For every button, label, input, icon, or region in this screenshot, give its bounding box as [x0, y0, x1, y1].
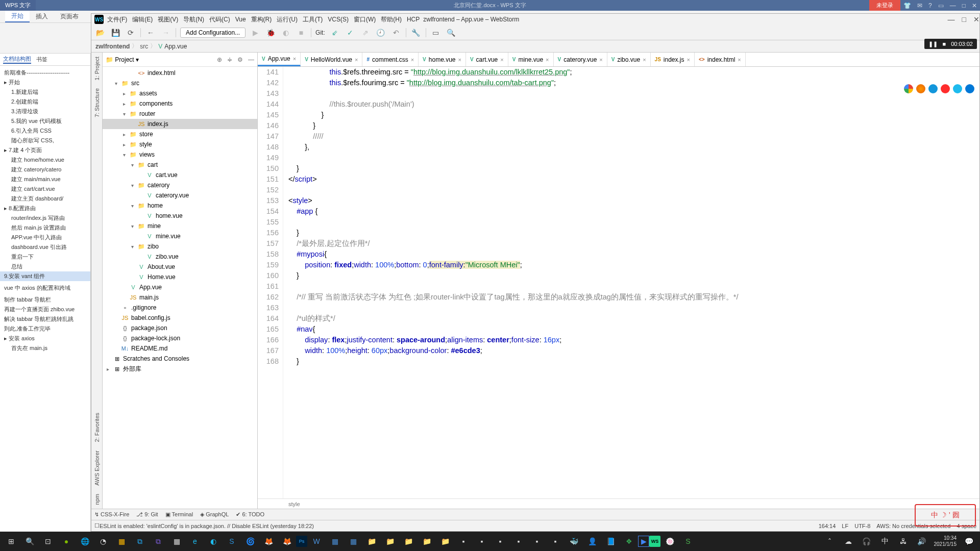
app-icon[interactable]: 📘 [601, 534, 620, 549]
menu-item[interactable]: Vue [233, 16, 249, 23]
git-commit-icon[interactable]: ✓ [345, 27, 356, 38]
opera-icon[interactable] [941, 84, 950, 93]
outline-item[interactable]: 2.创建前端 [0, 97, 90, 107]
outline-item[interactable]: 首先在 main.js [0, 343, 90, 353]
open-icon[interactable]: 📂 [94, 27, 106, 38]
debug-icon[interactable]: 🐞 [265, 27, 276, 38]
maximize-icon[interactable]: □ [959, 2, 969, 9]
tree-node[interactable]: VAbout.vue [103, 262, 257, 272]
outline-item[interactable]: 解决 tabbar 导航栏跳转乱跳 [0, 314, 90, 324]
git-revert-icon[interactable]: ↶ [390, 27, 402, 38]
tree-node[interactable]: JSbabel.config.js [103, 313, 257, 323]
outline-item[interactable]: 建立 home/home.vue [0, 155, 90, 165]
outline-item[interactable]: 重启一下 [0, 252, 90, 262]
forward-icon[interactable]: → [160, 27, 172, 38]
tree-node[interactable]: ▸📁store [103, 129, 257, 139]
crumb-file[interactable]: App.vue [164, 43, 187, 50]
chrome-icon[interactable]: 🌐 [76, 534, 94, 549]
wps-taskbar-icon[interactable]: W [307, 534, 326, 549]
app-icon[interactable]: 🦊 [278, 534, 296, 549]
menu-item[interactable]: 帮助(H) [378, 16, 404, 23]
app-icon[interactable]: S [223, 534, 241, 549]
app-icon[interactable]: ⧉ [149, 534, 167, 549]
wps-tab-start[interactable]: 开始 [5, 11, 30, 22]
outline-item[interactable]: 建立主页 dashboard/ [0, 194, 90, 204]
todo-button[interactable]: ✔ 6: TODO [236, 511, 264, 518]
folder-icon[interactable]: 📁 [399, 534, 418, 549]
avd-icon[interactable]: ▭ [430, 27, 442, 38]
outline-item[interactable]: ▸ 开始 [0, 78, 90, 87]
editor-tab[interactable]: Vmine.vue× [508, 53, 554, 66]
menu-item[interactable]: 文件(F) [105, 16, 130, 23]
tree-node[interactable]: Vcaterory.vue [103, 190, 257, 201]
editor-tab[interactable]: Vcart.vue× [466, 53, 508, 66]
favorites-toolwindow-button[interactable]: 2: Favorites [94, 409, 100, 446]
tree-node[interactable]: {}package-lock.json [103, 333, 257, 343]
outline-item[interactable]: 然后 main.js 设置路由 [0, 223, 90, 233]
locate-icon[interactable]: ⊕ [217, 56, 222, 63]
outline-item[interactable]: dashboard.vue 引出路 [0, 242, 90, 252]
photoshop-icon[interactable]: Ps [296, 536, 307, 547]
vscode-icon[interactable]: ⧉ [131, 534, 149, 549]
save-icon[interactable]: 💾 [110, 27, 121, 38]
outline-item[interactable]: ▸ 安装 axios [0, 334, 90, 343]
start-button[interactable]: ⊞ [2, 534, 20, 549]
close-tab-icon[interactable]: × [599, 57, 602, 63]
app-icon[interactable]: ● [57, 534, 76, 549]
menu-item[interactable]: 工具(T) [300, 16, 325, 23]
settings-icon[interactable]: ⚙ [237, 56, 243, 63]
tree-node[interactable]: ▾📁src [103, 78, 257, 88]
refresh-icon[interactable]: ⟳ [125, 27, 136, 38]
help-icon[interactable]: ? [925, 2, 935, 9]
wps-tab-layout[interactable]: 页面布 [54, 11, 85, 22]
tree-node[interactable]: ▾📁router [103, 109, 257, 119]
outline-item[interactable]: 总结 [0, 262, 90, 271]
stop-icon[interactable]: ■ [296, 27, 307, 38]
outline-item[interactable]: 随心所欲写 CSS, [0, 136, 90, 145]
stop-icon[interactable]: ■ [943, 41, 946, 47]
folder-icon[interactable]: 📁 [418, 534, 436, 549]
outline-item[interactable]: APP.vue 中引入路由 [0, 233, 90, 242]
app-icon[interactable]: ▶ [638, 536, 649, 547]
app-icon[interactable]: ❖ [620, 534, 638, 549]
outline-item[interactable]: 制作 tabbar 导航栏 [0, 295, 90, 305]
search-button[interactable]: 🔍 [20, 534, 39, 549]
tree-node[interactable]: ▸📁assets [103, 88, 257, 98]
outline-item[interactable]: 6.引入全局 CSS [0, 126, 90, 136]
tray-icon[interactable]: 🎧 [857, 534, 876, 549]
app-icon[interactable]: 👤 [583, 534, 601, 549]
firefox-icon[interactable]: 🦊 [259, 534, 278, 549]
outline-item[interactable]: 建立 main/main.vue [0, 174, 90, 184]
expand-icon[interactable]: ≑ [227, 56, 232, 63]
code-area[interactable]: 141 142 143 144 145 146 147 148 149 150 … [258, 67, 979, 498]
folder-icon[interactable]: 📁 [436, 534, 454, 549]
app-icon[interactable]: ◐ [204, 534, 223, 549]
terminal-icon[interactable]: ▪ [491, 534, 509, 549]
notifications-icon[interactable]: 💬 [960, 534, 978, 549]
cssxfire-button[interactable]: ↯ CSS-X-Fire [94, 511, 129, 518]
wps-tab-insert[interactable]: 插入 [30, 11, 54, 22]
encoding[interactable]: UTF-8 [854, 523, 870, 529]
edge-icon[interactable]: e [186, 534, 204, 549]
webstorm-taskbar-icon[interactable]: WS [649, 536, 660, 547]
folder-icon[interactable]: 📁 [381, 534, 399, 549]
ws-maximize-icon[interactable]: □ [962, 15, 966, 23]
wps-outline-tab[interactable]: 文档结构图 [3, 55, 31, 64]
wps-bookmark-tab[interactable]: 书签 [36, 56, 47, 63]
close-tab-icon[interactable]: × [500, 57, 503, 63]
crumb-src[interactable]: src [140, 43, 148, 50]
editor-tab[interactable]: VApp.vue× [258, 53, 301, 66]
tree-node[interactable]: ▾📁cart [103, 160, 257, 170]
tree-node[interactable]: ▾📁mine [103, 221, 257, 231]
outline-item[interactable]: ▸ 7.建 4 个页面 [0, 145, 90, 155]
outline-item[interactable]: 5.我的 vue 代码模板 [0, 116, 90, 126]
close-tab-icon[interactable]: × [355, 57, 358, 63]
close-tab-icon[interactable]: × [411, 57, 414, 63]
app-icon[interactable]: ▦ [112, 534, 131, 549]
outline-item[interactable]: ▸ 8.配置路由 [0, 204, 90, 213]
menu-item[interactable]: 视图(V) [155, 16, 181, 23]
tree-node[interactable]: {}package.json [103, 323, 257, 333]
tree-node[interactable]: ▸⊞外部库 [103, 364, 257, 374]
outline-item[interactable]: router/index.js 写路由 [0, 213, 90, 223]
editor-tab[interactable]: #comment.css× [362, 53, 419, 66]
